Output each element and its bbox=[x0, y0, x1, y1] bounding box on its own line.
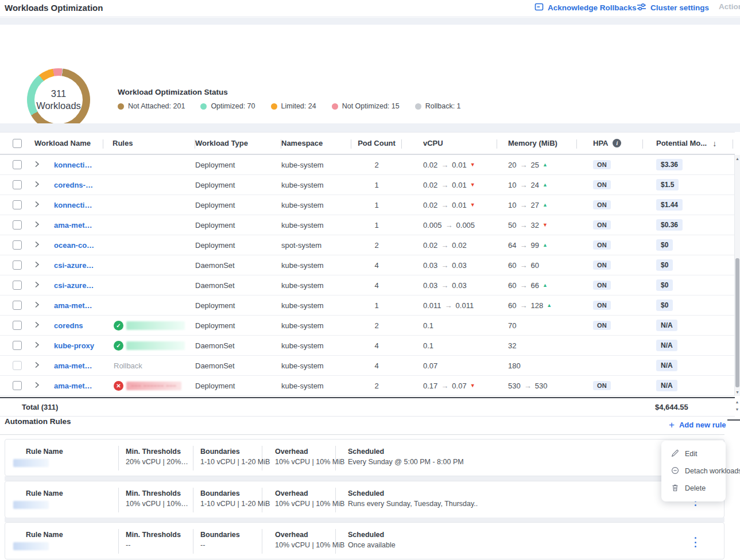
column-workload-type[interactable]: Workload Type bbox=[195, 133, 281, 154]
column-namespace[interactable]: Namespace bbox=[281, 133, 351, 154]
legend: Not Attached: 201Optimized: 70Limited: 2… bbox=[118, 102, 461, 110]
workload-name-link[interactable]: csi-azure… bbox=[54, 281, 94, 290]
workload-name-link[interactable]: coredns-… bbox=[54, 181, 93, 189]
column-divider bbox=[118, 446, 119, 470]
memory-cell: 64→99▲ bbox=[497, 241, 577, 250]
scroll-down-icon[interactable]: ▼ bbox=[735, 390, 740, 394]
namespace-cell: kube-system bbox=[281, 201, 351, 209]
memory-cell: 32 bbox=[497, 341, 577, 350]
value-current: 0.1 bbox=[423, 321, 433, 330]
menu-item-delete[interactable]: Delete bbox=[661, 480, 726, 497]
hpa-cell: ON bbox=[577, 381, 643, 390]
workload-name-link[interactable]: konnecti… bbox=[54, 201, 92, 209]
row-checkbox[interactable] bbox=[13, 361, 22, 370]
chevron-right-icon[interactable] bbox=[34, 241, 40, 250]
row-checkbox-cell bbox=[0, 361, 34, 370]
change-arrow-icon: → bbox=[520, 201, 527, 209]
column-potential-savings[interactable]: Potential Mo... ↓ bbox=[643, 133, 733, 154]
row-expand-cell bbox=[34, 281, 54, 290]
column-vcpu[interactable]: vCPU bbox=[402, 133, 497, 154]
chevron-right-icon[interactable] bbox=[34, 361, 40, 370]
donut-total-value: 311 bbox=[51, 88, 66, 100]
row-checkbox[interactable] bbox=[13, 321, 22, 330]
potential-savings-cell: N/A bbox=[643, 320, 733, 331]
row-checkbox[interactable] bbox=[13, 240, 22, 250]
sort-descending-icon[interactable]: ↓ bbox=[712, 139, 716, 148]
value-recommended: 60 bbox=[530, 261, 538, 270]
scheduled-label: Scheduled bbox=[348, 531, 384, 539]
hpa-cell: ON bbox=[577, 281, 643, 290]
row-checkbox[interactable] bbox=[13, 200, 22, 209]
row-checkbox[interactable] bbox=[13, 341, 22, 350]
cluster-settings-button[interactable]: Cluster settings bbox=[637, 2, 709, 13]
workload-name-link[interactable]: ama-met… bbox=[54, 221, 92, 230]
chevron-right-icon[interactable] bbox=[34, 181, 40, 189]
column-rules[interactable]: Rules bbox=[103, 133, 195, 154]
menu-item-label: Detach workloads bbox=[685, 467, 740, 475]
chevron-right-icon[interactable] bbox=[34, 161, 40, 169]
column-memory[interactable]: Memory (MiB) bbox=[497, 133, 577, 154]
namespace-cell: kube-system bbox=[281, 261, 351, 270]
hpa-info-icon[interactable]: i bbox=[613, 139, 621, 147]
row-checkbox[interactable] bbox=[13, 260, 22, 270]
chevron-right-icon[interactable] bbox=[34, 261, 40, 270]
row-checkbox[interactable] bbox=[13, 220, 22, 230]
scroll-down-icon[interactable]: ▼ bbox=[734, 407, 740, 411]
table-row: coredns✓Deploymentkube-system20.170ONN/A bbox=[0, 316, 735, 336]
value-current: 0.07 bbox=[423, 361, 437, 370]
scroll-up-icon[interactable]: ▲ bbox=[734, 400, 740, 404]
workload-name-link[interactable]: ocean-co… bbox=[54, 241, 94, 250]
change-arrow-icon: → bbox=[520, 161, 527, 169]
rule-attached-check-icon: ✓ bbox=[114, 341, 123, 351]
actions-button[interactable]: Action bbox=[719, 2, 740, 11]
namespace-cell: kube-system bbox=[281, 281, 351, 290]
column-workload-name[interactable]: Workload Name bbox=[34, 133, 103, 154]
row-checkbox[interactable] bbox=[13, 381, 22, 390]
chevron-right-icon[interactable] bbox=[34, 221, 40, 230]
pod-count-cell: 1 bbox=[351, 201, 402, 209]
scroll-up-icon[interactable]: ▲ bbox=[735, 157, 740, 161]
table-scrollbar[interactable]: ▲ ▼ bbox=[734, 155, 740, 396]
chevron-right-icon[interactable] bbox=[34, 321, 40, 330]
workload-name-link[interactable]: konnecti… bbox=[54, 161, 92, 169]
row-checkbox[interactable] bbox=[13, 281, 22, 290]
chevron-right-icon[interactable] bbox=[34, 301, 40, 310]
acknowledge-rollbacks-button[interactable]: Acknowledge Rollbacks bbox=[534, 2, 637, 13]
value-current: 0.1 bbox=[423, 341, 433, 350]
workload-name-link[interactable]: kube-proxy bbox=[54, 341, 94, 350]
workload-name-link[interactable]: ama-met… bbox=[54, 361, 92, 370]
potential-savings-cell: $1.5 bbox=[643, 179, 733, 190]
hpa-on-badge: ON bbox=[593, 321, 611, 330]
metric-change: 0.1 bbox=[423, 321, 433, 330]
add-new-rule-button[interactable]: + Add new rule bbox=[669, 421, 726, 429]
select-all-checkbox[interactable] bbox=[13, 139, 22, 148]
rule-error-x-icon: ✕ bbox=[114, 381, 123, 391]
rule-actions-kebab-icon[interactable] bbox=[691, 537, 699, 547]
potential-savings-badge: $1.44 bbox=[656, 199, 683, 211]
column-divider bbox=[193, 446, 193, 470]
row-checkbox[interactable] bbox=[13, 160, 22, 169]
legend-dot-icon bbox=[200, 103, 207, 110]
chevron-right-icon[interactable] bbox=[34, 201, 40, 209]
trend-down-icon: ▼ bbox=[470, 203, 475, 208]
chevron-right-icon[interactable] bbox=[34, 382, 40, 390]
menu-item-edit[interactable]: Edit bbox=[661, 445, 726, 462]
workload-type-cell: Deployment bbox=[195, 382, 281, 390]
workload-name-link[interactable]: coredns bbox=[54, 321, 83, 330]
column-pod-count[interactable]: Pod Count bbox=[351, 133, 402, 154]
row-checkbox[interactable] bbox=[13, 301, 22, 310]
value-current: 60 bbox=[508, 281, 516, 290]
row-checkbox[interactable] bbox=[13, 180, 22, 189]
value-current: 10 bbox=[508, 181, 516, 189]
workload-name-link[interactable]: ama-met… bbox=[54, 382, 92, 390]
chevron-right-icon[interactable] bbox=[34, 281, 40, 290]
menu-item-detach-workloads[interactable]: Detach workloads bbox=[661, 462, 726, 480]
table-row: konnecti…Deploymentkube-system10.02→0.01… bbox=[0, 195, 735, 215]
column-hpa[interactable]: HPA i bbox=[577, 133, 643, 154]
scrollbar-thumb[interactable] bbox=[735, 258, 739, 387]
value-recommended: 0.005 bbox=[456, 221, 475, 230]
workload-name-link[interactable]: ama-met… bbox=[54, 301, 92, 310]
chevron-right-icon[interactable] bbox=[34, 341, 40, 350]
workload-name-link[interactable]: csi-azure… bbox=[54, 261, 94, 270]
row-expand-cell bbox=[34, 241, 54, 250]
